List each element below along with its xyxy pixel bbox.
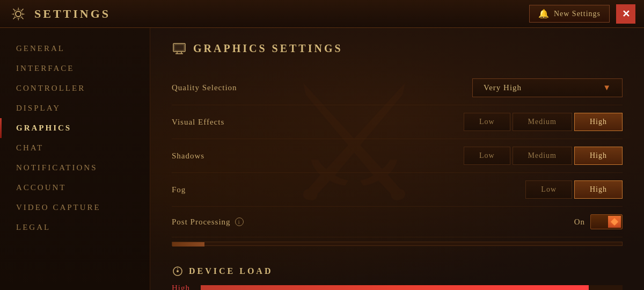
visual-effects-low[interactable]: Low xyxy=(464,113,510,131)
device-load-icon xyxy=(172,265,184,277)
sidebar-item-display[interactable]: DISPLAY xyxy=(0,98,150,118)
svg-point-8 xyxy=(177,270,179,272)
shadows-row: Shadows Low Medium High xyxy=(172,139,623,173)
section-title: GRAPHICS SETTINGS xyxy=(193,42,343,55)
post-processing-row: Post Processing i On xyxy=(172,207,623,237)
sidebar-item-chat[interactable]: CHAT xyxy=(0,138,150,158)
sidebar-item-interface[interactable]: INTERFACE xyxy=(0,59,150,78)
shadows-label: Shadows xyxy=(172,151,204,161)
page-title: SETTINGS xyxy=(34,7,111,21)
svg-rect-3 xyxy=(174,45,184,50)
visual-effects-medium[interactable]: Medium xyxy=(513,113,572,131)
quality-selection-label: Quality Selection xyxy=(172,83,237,92)
device-load-bar-track xyxy=(201,285,623,291)
new-settings-icon: 🔔 xyxy=(538,9,550,19)
fog-controls: Low High xyxy=(525,180,623,199)
device-load-section: DEVICE LOAD High xyxy=(172,259,623,290)
scrollbar-track xyxy=(172,242,623,246)
info-icon[interactable]: i xyxy=(235,218,244,226)
section-header: GRAPHICS SETTINGS xyxy=(172,41,623,56)
fog-low[interactable]: Low xyxy=(525,180,572,199)
sidebar-item-general[interactable]: GENERAL xyxy=(0,39,150,59)
new-settings-button[interactable]: 🔔 New Settings xyxy=(529,5,610,23)
toggle-thumb xyxy=(608,216,621,228)
quality-dropdown-value: Very High xyxy=(484,83,522,92)
device-load-title: DEVICE LOAD xyxy=(189,266,273,276)
shadows-high[interactable]: High xyxy=(574,147,623,165)
shadows-controls: Low Medium High xyxy=(464,147,623,165)
quality-selection-row: Quality Selection Very High ▼ xyxy=(172,71,623,105)
sidebar-item-account[interactable]: ACCOUNT xyxy=(0,178,150,198)
close-button[interactable]: ✕ xyxy=(616,4,635,24)
fog-row: Fog Low High xyxy=(172,173,623,207)
quality-dropdown[interactable]: Very High ▼ xyxy=(472,78,623,97)
app-layout: SETTINGS 🔔 New Settings ✕ GENERAL INTERF… xyxy=(0,0,644,290)
top-bar-left: SETTINGS xyxy=(9,4,111,24)
sidebar-item-controller[interactable]: CONTROLLER xyxy=(0,78,150,98)
sidebar-item-legal[interactable]: LEGAL xyxy=(0,218,150,237)
main-content: GENERAL INTERFACE CONTROLLER DISPLAY GRA… xyxy=(0,28,644,290)
top-bar: SETTINGS 🔔 New Settings ✕ xyxy=(0,0,644,28)
visual-effects-row: Visual Effects Low Medium High xyxy=(172,105,623,139)
shadows-medium[interactable]: Medium xyxy=(513,147,572,165)
quality-selection-controls: Very High ▼ xyxy=(472,78,623,97)
device-load-bar-fill xyxy=(201,285,589,291)
scroll-area xyxy=(172,237,623,250)
post-processing-value: On xyxy=(574,218,585,227)
shadows-low[interactable]: Low xyxy=(464,147,510,165)
device-load-header: DEVICE LOAD xyxy=(172,265,623,277)
sidebar-item-notifications[interactable]: NOTIFICATIONS xyxy=(0,158,150,178)
device-load-level: High xyxy=(172,284,193,290)
fog-label: Fog xyxy=(172,185,186,194)
graphics-icon xyxy=(172,41,187,56)
content-area: GRAPHICS SETTINGS Quality Selection Very… xyxy=(150,28,644,290)
visual-effects-label: Visual Effects xyxy=(172,118,224,127)
top-bar-right: 🔔 New Settings ✕ xyxy=(529,4,635,24)
toggle-diamond-icon xyxy=(611,218,618,226)
sidebar-item-graphics[interactable]: GRAPHICS xyxy=(0,118,150,138)
new-settings-label: New Settings xyxy=(554,10,601,18)
visual-effects-high[interactable]: High xyxy=(574,113,623,131)
sidebar: GENERAL INTERFACE CONTROLLER DISPLAY GRA… xyxy=(0,28,150,290)
svg-point-0 xyxy=(16,11,21,17)
post-processing-controls: On xyxy=(574,214,623,229)
device-load-bar-row: High xyxy=(172,284,623,290)
visual-effects-controls: Low Medium High xyxy=(464,113,623,131)
sidebar-item-video-capture[interactable]: VIDEO CAPTURE xyxy=(0,198,150,218)
fog-high[interactable]: High xyxy=(574,180,623,199)
settings-icon xyxy=(9,4,28,24)
chevron-down-icon: ▼ xyxy=(603,83,611,92)
post-processing-toggle[interactable] xyxy=(590,214,623,229)
post-processing-label: Post Processing i xyxy=(172,218,244,227)
scrollbar-thumb[interactable] xyxy=(172,242,204,247)
